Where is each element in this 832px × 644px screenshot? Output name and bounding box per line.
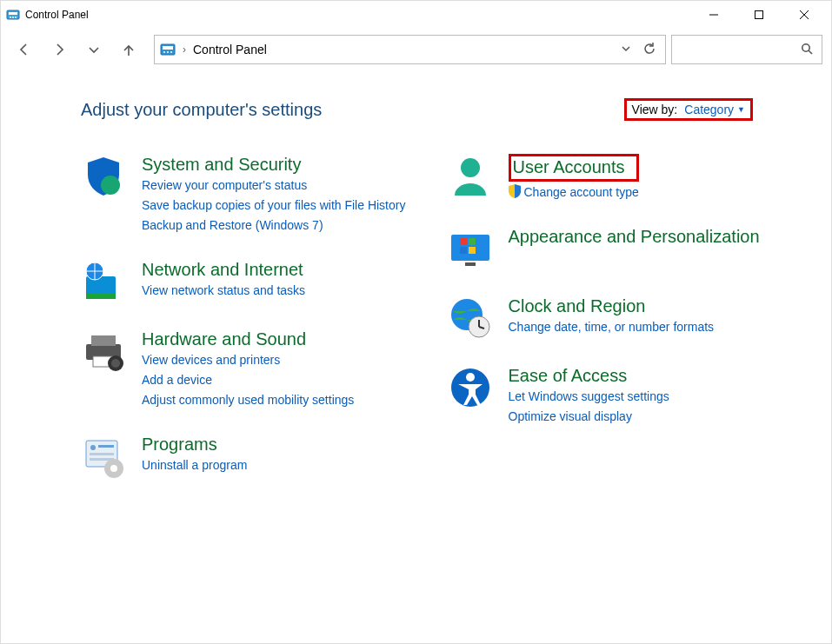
- link-backup-restore[interactable]: Backup and Restore (Windows 7): [142, 216, 405, 235]
- view-by-label: View by:: [632, 103, 678, 116]
- user-icon: [448, 154, 493, 199]
- search-box[interactable]: [671, 35, 822, 64]
- link-optimize-visual[interactable]: Optimize visual display: [509, 408, 669, 426]
- link-appearance[interactable]: Appearance and Personalization: [509, 226, 760, 247]
- svg-point-33: [461, 158, 480, 177]
- globe-clock-icon: [448, 295, 493, 341]
- svg-rect-36: [460, 238, 467, 245]
- link-change-account-type[interactable]: Change account type: [524, 183, 639, 202]
- svg-point-12: [163, 51, 165, 53]
- svg-point-25: [111, 359, 120, 368]
- svg-point-2: [10, 17, 11, 18]
- category-programs: Programs Uninstall a program: [81, 434, 413, 479]
- svg-rect-39: [469, 247, 476, 254]
- link-mobility-settings[interactable]: Adjust commonly used mobility settings: [142, 391, 354, 409]
- address-location: Control Panel: [193, 43, 613, 56]
- category-ease-of-access: Ease of Access Let Windows suggest setti…: [448, 365, 780, 426]
- uac-shield-icon: [509, 184, 521, 201]
- link-hardware-sound[interactable]: Hardware and Sound: [142, 329, 354, 349]
- svg-rect-37: [469, 238, 476, 245]
- link-add-device[interactable]: Add a device: [142, 371, 354, 389]
- svg-point-45: [466, 373, 475, 382]
- forward-button[interactable]: [44, 35, 74, 64]
- minimize-button[interactable]: [694, 1, 734, 29]
- window-title: Control Panel: [25, 9, 89, 21]
- svg-rect-35: [465, 262, 476, 266]
- svg-rect-22: [91, 335, 116, 346]
- address-chevron-icon[interactable]: [620, 43, 632, 57]
- link-network-internet[interactable]: Network and Internet: [142, 259, 305, 280]
- svg-line-16: [809, 50, 812, 54]
- link-uninstall[interactable]: Uninstall a program: [142, 456, 247, 475]
- svg-point-32: [110, 465, 117, 472]
- link-clock-region[interactable]: Clock and Region: [509, 295, 715, 316]
- category-clock-region: Clock and Region Change date, time, or n…: [448, 295, 780, 341]
- category-system-security: System and Security Review your computer…: [81, 154, 413, 235]
- right-column: User Accounts Change account type Appear…: [448, 154, 780, 479]
- left-column: System and Security Review your computer…: [81, 154, 413, 479]
- control-panel-icon: [6, 8, 20, 22]
- link-user-accounts[interactable]: User Accounts: [513, 157, 625, 176]
- maximize-button[interactable]: [739, 1, 779, 29]
- svg-rect-29: [90, 453, 114, 455]
- heading-row: Adjust your computer's settings View by:…: [1, 70, 831, 129]
- personalization-icon: [448, 226, 493, 271]
- svg-rect-6: [755, 11, 763, 19]
- chevron-down-icon: ▼: [737, 105, 745, 114]
- category-user-accounts: User Accounts Change account type: [448, 154, 780, 202]
- link-devices-printers[interactable]: View devices and printers: [142, 351, 354, 369]
- link-review-status[interactable]: Review your computer's status: [142, 176, 405, 195]
- link-change-date-time[interactable]: Change date, time, or number formats: [509, 318, 715, 336]
- svg-point-3: [12, 17, 14, 18]
- svg-point-4: [15, 17, 17, 18]
- link-ease-of-access[interactable]: Ease of Access: [509, 365, 669, 386]
- network-icon: [81, 259, 126, 304]
- category-appearance: Appearance and Personalization: [448, 226, 780, 271]
- breadcrumb-separator-icon: ›: [183, 43, 186, 56]
- content-area: System and Security Review your computer…: [1, 129, 831, 479]
- accessibility-icon: [448, 365, 493, 410]
- page-title: Adjust your computer's settings: [81, 100, 322, 120]
- svg-rect-1: [9, 12, 17, 15]
- printer-icon: [81, 329, 126, 374]
- svg-point-13: [167, 51, 169, 53]
- link-system-security[interactable]: System and Security: [142, 154, 405, 175]
- svg-point-27: [90, 445, 96, 450]
- programs-icon: [81, 434, 126, 479]
- svg-rect-19: [86, 294, 116, 299]
- link-file-history[interactable]: Save backup copies of your files with Fi…: [142, 196, 405, 215]
- svg-point-17: [101, 176, 120, 195]
- category-network: Network and Internet View network status…: [81, 259, 413, 304]
- link-windows-suggest[interactable]: Let Windows suggest settings: [509, 388, 669, 406]
- navigation-row: › Control Panel: [1, 29, 831, 70]
- highlight-user-accounts: User Accounts: [509, 154, 639, 182]
- link-programs[interactable]: Programs: [142, 434, 247, 455]
- recent-locations-button[interactable]: [79, 35, 109, 64]
- svg-rect-28: [98, 445, 114, 448]
- back-button[interactable]: [10, 35, 39, 64]
- category-hardware: Hardware and Sound View devices and prin…: [81, 329, 413, 409]
- view-by-value: Category: [684, 103, 734, 116]
- address-icon: [160, 42, 176, 57]
- address-bar[interactable]: › Control Panel: [154, 35, 666, 64]
- link-network-status[interactable]: View network status and tasks: [142, 282, 305, 300]
- svg-point-14: [170, 51, 172, 53]
- svg-point-15: [802, 43, 809, 50]
- shield-icon: [81, 154, 126, 199]
- close-button[interactable]: [784, 1, 824, 29]
- up-button[interactable]: [114, 35, 143, 64]
- svg-rect-11: [163, 46, 173, 50]
- titlebar: Control Panel: [1, 1, 831, 29]
- svg-rect-38: [460, 247, 467, 254]
- view-by-selector[interactable]: View by: Category ▼: [624, 98, 753, 121]
- refresh-button[interactable]: [642, 42, 656, 58]
- search-icon: [801, 43, 813, 57]
